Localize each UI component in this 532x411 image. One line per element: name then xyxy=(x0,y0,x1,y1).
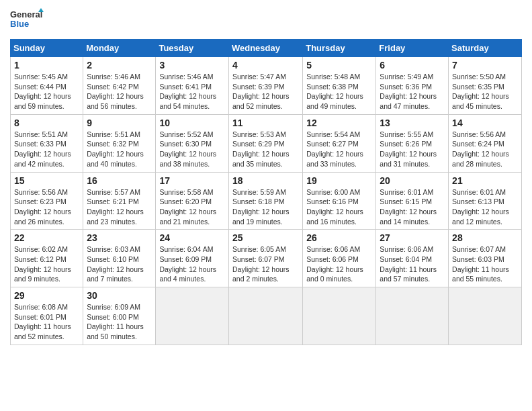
calendar-table: SundayMondayTuesdayWednesdayThursdayFrid… xyxy=(10,39,522,345)
day-info: Sunrise: 5:54 AM Sunset: 6:27 PM Dayligh… xyxy=(306,130,372,169)
day-info: Sunrise: 6:07 AM Sunset: 6:03 PM Dayligh… xyxy=(452,244,518,284)
calendar-week-row: 22Sunrise: 6:02 AM Sunset: 6:12 PM Dayli… xyxy=(11,230,522,287)
calendar-cell: 2Sunrise: 5:46 AM Sunset: 6:42 PM Daylig… xyxy=(83,57,156,115)
day-info: Sunrise: 6:05 AM Sunset: 6:07 PM Dayligh… xyxy=(232,244,299,284)
svg-text:Blue: Blue xyxy=(10,19,29,29)
calendar-header-row: SundayMondayTuesdayWednesdayThursdayFrid… xyxy=(11,40,522,57)
day-info: Sunrise: 5:46 AM Sunset: 6:41 PM Dayligh… xyxy=(159,72,225,111)
calendar-cell: 14Sunrise: 5:56 AM Sunset: 6:24 PM Dayli… xyxy=(449,114,522,172)
day-info: Sunrise: 6:09 AM Sunset: 6:00 PM Dayligh… xyxy=(87,302,152,342)
calendar-cell: 25Sunrise: 6:05 AM Sunset: 6:07 PM Dayli… xyxy=(228,230,302,287)
day-info: Sunrise: 5:57 AM Sunset: 6:21 PM Dayligh… xyxy=(87,187,152,227)
weekday-header-tuesday: Tuesday xyxy=(156,40,229,57)
calendar-cell xyxy=(156,287,229,345)
calendar-cell: 26Sunrise: 6:06 AM Sunset: 6:06 PM Dayli… xyxy=(303,230,376,287)
calendar-cell: 29Sunrise: 6:08 AM Sunset: 6:01 PM Dayli… xyxy=(11,287,83,345)
day-info: Sunrise: 6:04 AM Sunset: 6:09 PM Dayligh… xyxy=(159,244,225,284)
day-number: 30 xyxy=(87,290,152,301)
page-header: General Blue xyxy=(10,7,522,34)
day-number: 3 xyxy=(159,60,225,71)
calendar-cell xyxy=(376,287,449,345)
day-info: Sunrise: 6:03 AM Sunset: 6:10 PM Dayligh… xyxy=(87,244,152,284)
calendar-cell xyxy=(449,287,522,345)
calendar-week-row: 15Sunrise: 5:56 AM Sunset: 6:23 PM Dayli… xyxy=(11,172,522,230)
day-number: 29 xyxy=(14,290,79,301)
day-info: Sunrise: 5:48 AM Sunset: 6:38 PM Dayligh… xyxy=(306,72,372,111)
day-number: 10 xyxy=(159,118,225,128)
day-number: 14 xyxy=(452,118,518,128)
calendar-cell: 17Sunrise: 5:58 AM Sunset: 6:20 PM Dayli… xyxy=(156,172,229,230)
calendar-cell: 10Sunrise: 5:52 AM Sunset: 6:30 PM Dayli… xyxy=(156,114,229,172)
day-number: 23 xyxy=(87,232,152,243)
day-number: 19 xyxy=(306,175,372,186)
calendar-cell: 22Sunrise: 6:02 AM Sunset: 6:12 PM Dayli… xyxy=(11,230,83,287)
day-info: Sunrise: 5:53 AM Sunset: 6:29 PM Dayligh… xyxy=(232,130,299,169)
calendar-week-row: 1Sunrise: 5:45 AM Sunset: 6:44 PM Daylig… xyxy=(11,57,522,115)
weekday-header-sunday: Sunday xyxy=(11,40,83,57)
day-info: Sunrise: 5:47 AM Sunset: 6:39 PM Dayligh… xyxy=(232,72,299,111)
svg-text:General: General xyxy=(10,9,42,19)
day-number: 9 xyxy=(87,118,152,128)
weekday-header-monday: Monday xyxy=(83,40,156,57)
calendar-cell: 21Sunrise: 6:01 AM Sunset: 6:13 PM Dayli… xyxy=(449,172,522,230)
day-info: Sunrise: 6:01 AM Sunset: 6:15 PM Dayligh… xyxy=(380,187,445,227)
weekday-header-wednesday: Wednesday xyxy=(228,40,302,57)
calendar-cell: 5Sunrise: 5:48 AM Sunset: 6:38 PM Daylig… xyxy=(303,57,376,115)
day-number: 15 xyxy=(14,175,79,186)
calendar-cell: 11Sunrise: 5:53 AM Sunset: 6:29 PM Dayli… xyxy=(228,114,302,172)
day-number: 18 xyxy=(232,175,299,186)
day-number: 4 xyxy=(232,60,299,71)
day-number: 11 xyxy=(232,118,299,128)
calendar-cell: 15Sunrise: 5:56 AM Sunset: 6:23 PM Dayli… xyxy=(11,172,83,230)
calendar-week-row: 29Sunrise: 6:08 AM Sunset: 6:01 PM Dayli… xyxy=(11,287,522,345)
calendar-cell: 19Sunrise: 6:00 AM Sunset: 6:16 PM Dayli… xyxy=(303,172,376,230)
day-info: Sunrise: 6:06 AM Sunset: 6:06 PM Dayligh… xyxy=(306,244,372,284)
day-number: 27 xyxy=(380,232,445,243)
day-number: 12 xyxy=(306,118,372,128)
day-number: 1 xyxy=(14,60,79,71)
logo-svg: General Blue xyxy=(10,7,44,34)
calendar-cell: 6Sunrise: 5:49 AM Sunset: 6:36 PM Daylig… xyxy=(376,57,449,115)
calendar-cell: 4Sunrise: 5:47 AM Sunset: 6:39 PM Daylig… xyxy=(228,57,302,115)
calendar-cell: 28Sunrise: 6:07 AM Sunset: 6:03 PM Dayli… xyxy=(449,230,522,287)
calendar-cell xyxy=(228,287,302,345)
day-info: Sunrise: 5:51 AM Sunset: 6:33 PM Dayligh… xyxy=(14,130,79,169)
calendar-cell xyxy=(303,287,376,345)
day-number: 5 xyxy=(306,60,372,71)
calendar-cell: 30Sunrise: 6:09 AM Sunset: 6:00 PM Dayli… xyxy=(83,287,156,345)
day-info: Sunrise: 5:51 AM Sunset: 6:32 PM Dayligh… xyxy=(87,130,152,169)
day-number: 26 xyxy=(306,232,372,243)
calendar-cell: 12Sunrise: 5:54 AM Sunset: 6:27 PM Dayli… xyxy=(303,114,376,172)
day-number: 24 xyxy=(159,232,225,243)
day-info: Sunrise: 5:52 AM Sunset: 6:30 PM Dayligh… xyxy=(159,130,225,169)
day-info: Sunrise: 5:59 AM Sunset: 6:18 PM Dayligh… xyxy=(232,187,299,227)
day-info: Sunrise: 5:56 AM Sunset: 6:24 PM Dayligh… xyxy=(452,130,518,169)
calendar-cell: 3Sunrise: 5:46 AM Sunset: 6:41 PM Daylig… xyxy=(156,57,229,115)
day-info: Sunrise: 6:01 AM Sunset: 6:13 PM Dayligh… xyxy=(452,187,518,227)
calendar-cell: 1Sunrise: 5:45 AM Sunset: 6:44 PM Daylig… xyxy=(11,57,83,115)
calendar-cell: 27Sunrise: 6:06 AM Sunset: 6:04 PM Dayli… xyxy=(376,230,449,287)
day-number: 17 xyxy=(159,175,225,186)
day-info: Sunrise: 6:00 AM Sunset: 6:16 PM Dayligh… xyxy=(306,187,372,227)
day-number: 8 xyxy=(14,118,79,128)
day-number: 6 xyxy=(380,60,445,71)
calendar-cell: 7Sunrise: 5:50 AM Sunset: 6:35 PM Daylig… xyxy=(449,57,522,115)
day-info: Sunrise: 6:08 AM Sunset: 6:01 PM Dayligh… xyxy=(14,302,79,342)
day-number: 21 xyxy=(452,175,518,186)
day-info: Sunrise: 5:50 AM Sunset: 6:35 PM Dayligh… xyxy=(452,72,518,111)
day-number: 28 xyxy=(452,232,518,243)
calendar-cell: 8Sunrise: 5:51 AM Sunset: 6:33 PM Daylig… xyxy=(11,114,83,172)
weekday-header-thursday: Thursday xyxy=(303,40,376,57)
day-info: Sunrise: 5:45 AM Sunset: 6:44 PM Dayligh… xyxy=(14,72,79,111)
calendar-cell: 23Sunrise: 6:03 AM Sunset: 6:10 PM Dayli… xyxy=(83,230,156,287)
day-info: Sunrise: 6:02 AM Sunset: 6:12 PM Dayligh… xyxy=(14,244,79,284)
day-number: 20 xyxy=(380,175,445,186)
weekday-header-friday: Friday xyxy=(376,40,449,57)
day-number: 13 xyxy=(380,118,445,128)
logo: General Blue xyxy=(10,7,44,34)
day-number: 22 xyxy=(14,232,79,243)
calendar-cell: 20Sunrise: 6:01 AM Sunset: 6:15 PM Dayli… xyxy=(376,172,449,230)
day-number: 2 xyxy=(87,60,152,71)
day-info: Sunrise: 6:06 AM Sunset: 6:04 PM Dayligh… xyxy=(380,244,445,284)
day-info: Sunrise: 5:46 AM Sunset: 6:42 PM Dayligh… xyxy=(87,72,152,111)
